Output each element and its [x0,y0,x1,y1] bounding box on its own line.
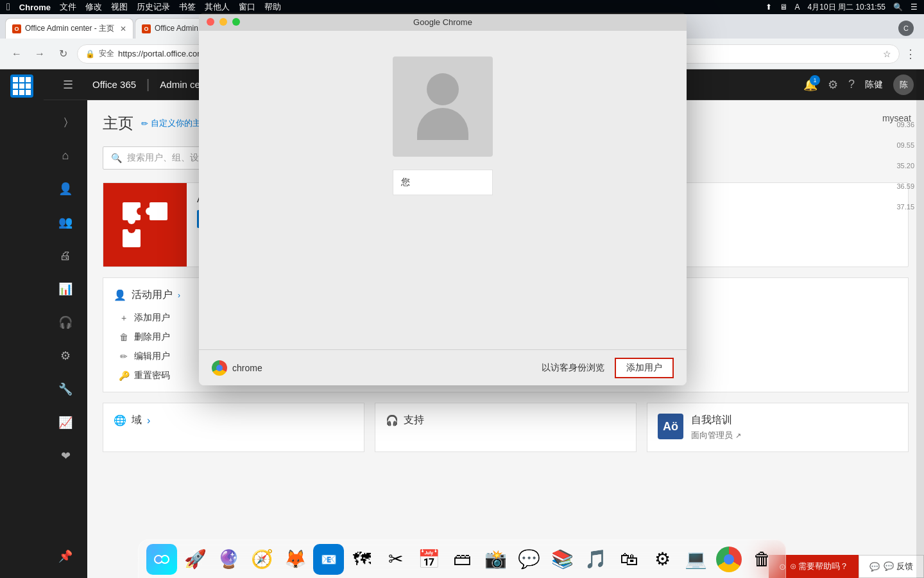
dock-files[interactable]: 🗃 [447,544,477,575]
dock-siri[interactable]: 🔮 [213,544,244,575]
menubar-right: ⬆ 🖥 A 4月10日 周二 10:31:55 🔍 ☰ [766,2,918,13]
dock-music[interactable]: 🎵 [580,544,611,575]
dialog-footer: chrome 以访客身份浏览 添加用户 [199,349,687,385]
dock-terminal[interactable]: 💻 [680,544,711,575]
menu-file[interactable]: 文件 [60,1,76,13]
menu-edit[interactable]: 修改 [85,1,102,13]
dock-appstore[interactable]: 🛍 [613,544,644,575]
dock-scissors[interactable]: ✂ [380,544,411,575]
dialog-title: Google Chrome [413,17,472,27]
add-user-dialog-button[interactable]: 添加用户 [615,358,674,378]
text-icon: A [795,3,800,12]
chrome-dialog: Google Chrome 您 chrome 以 [199,13,687,385]
dock-finder[interactable] [146,544,177,575]
menu-history[interactable]: 历史记录 [137,1,170,13]
menu-bookmarks[interactable]: 书签 [179,1,196,13]
dialog-overlay: Google Chrome 您 chrome 以 [0,0,924,578]
datetime: 4月10日 周二 10:31:55 [808,2,886,13]
guest-browse-button[interactable]: 以访客身份浏览 [542,362,604,374]
avatar-person [417,73,468,140]
maximize-button[interactable] [232,18,240,26]
avatar-head [427,73,459,105]
dock-outlook[interactable]: 📧 [313,544,344,575]
chrome-logo-circle [212,360,227,376]
footer-actions: 以访客身份浏览 添加用户 [542,358,674,378]
mac-dock: 🚀 🔮 🧭 🦊 📧 🗺 ✂ 📅 🗃 📸 💬 📚 🎵 🛍 ⚙ 💻 🗑 [138,539,786,578]
profile-avatar-large [393,57,493,157]
dock-calendar[interactable]: 📅 [413,544,444,575]
avatar-body [417,108,468,140]
dock-maps[interactable]: 🗺 [346,544,377,575]
chrome-logo-inner [216,365,223,371]
chrome-logo-footer: chrome [212,360,262,376]
dock-safari[interactable]: 🧭 [246,544,277,575]
mac-menubar:  Chrome 文件 修改 视图 历史记录 书签 其他人 窗口 帮助 ⬆ 🖥 … [0,0,924,14]
menu-other[interactable]: 其他人 [205,1,230,13]
control-icon[interactable]: ☰ [911,3,918,12]
search-icon[interactable]: 🔍 [893,3,903,12]
profile-name-box: 您 [393,170,493,195]
display-icon: 🖥 [780,3,787,12]
svg-point-10 [155,556,162,563]
menu-help[interactable]: 帮助 [264,1,281,13]
send-icon: ⬆ [766,3,772,12]
dialog-titlebar: Google Chrome [199,13,687,31]
close-button[interactable] [207,18,214,26]
menu-view[interactable]: 视图 [111,1,128,13]
minimize-button[interactable] [219,18,227,26]
chrome-center [724,554,734,565]
app-name[interactable]: Chrome [19,3,51,12]
dialog-body: 您 [199,31,687,349]
dock-firefox[interactable]: 🦊 [280,544,311,575]
dock-books[interactable]: 📚 [547,544,578,575]
profile-name: 您 [401,177,410,188]
dock-systemprefs[interactable]: ⚙ [647,544,678,575]
menu-window[interactable]: 窗口 [239,1,255,13]
svg-point-11 [162,556,168,563]
chrome-footer-label: chrome [232,363,262,373]
dock-chrome[interactable] [714,544,744,575]
finder-icon [151,549,172,570]
dock-launchpad[interactable]: 🚀 [180,544,210,575]
dock-photos[interactable]: 📸 [480,544,511,575]
dock-chrome-icon [716,547,742,572]
dock-messages[interactable]: 💬 [513,544,544,575]
apple-menu[interactable]:  [6,1,10,13]
menubar-left:  Chrome 文件 修改 视图 历史记录 书签 其他人 窗口 帮助 [6,1,281,13]
dock-trash[interactable]: 🗑 [747,544,778,575]
